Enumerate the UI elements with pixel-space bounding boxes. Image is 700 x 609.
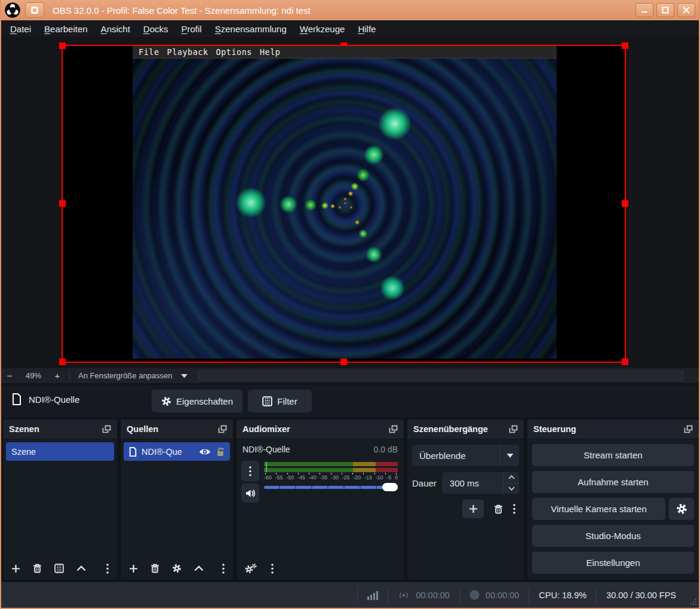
obs-main-window: OBS 32.0.0 - Profil: False Color Test - … [0,0,700,609]
divider [69,371,70,381]
source-name: NDI®-Que [142,447,182,457]
video-glow-dot [364,145,384,165]
menu-item-werkzeuge[interactable]: Werkzeuge [293,22,352,36]
maximize-button[interactable] [656,3,674,17]
titlebar[interactable]: OBS 32.0.0 - Profil: False Color Test - … [1,0,699,20]
selected-source-toolbar: NDI®-Quelle Eigenschaften Filter [1,385,699,418]
captured-menu-help: Help [260,47,281,57]
sources-menu-kebab-icon[interactable] [222,564,225,574]
popout-icon[interactable] [389,425,398,433]
duration-value: 300 ms [442,472,503,494]
source-file-icon [12,393,22,405]
vortex-visual [133,59,557,359]
selection-handle-bottom-right[interactable] [622,359,628,365]
move-scene-up-button[interactable] [76,565,86,571]
virtual-camera-settings-button[interactable] [669,498,694,520]
settings-button[interactable]: Einstellungen [532,552,694,574]
source-list-item[interactable]: NDI®-Que [124,442,230,461]
selection-handle-top-right[interactable] [622,42,628,49]
volume-slider[interactable] [264,482,398,492]
ndi-video-content[interactable]: FilePlaybackOptionsHelp [133,46,557,359]
selection-handle-top-left[interactable] [59,42,66,49]
close-button[interactable] [677,3,695,17]
menu-item-hilfe[interactable]: Hilfe [351,22,382,36]
transition-select[interactable]: Überblende [412,445,519,466]
mixer-channel-kebab-button[interactable] [241,461,259,481]
selection-handle-bottom-center[interactable] [340,359,347,365]
transitions-dock-title: Szenenübergänge [413,424,488,434]
fit-to-window-dropdown[interactable]: An Fenstergröße anpassen [73,371,192,380]
remove-scene-button[interactable] [33,564,42,573]
menu-item-szenensammlung[interactable]: Szenensammlung [208,22,293,36]
video-glow-dot [330,204,335,209]
video-glow-dot [348,191,353,196]
volume-slider-handle[interactable] [382,483,398,491]
video-glow-dot [280,195,297,213]
mute-speaker-button[interactable] [241,483,259,503]
scene-list-item[interactable]: Szene [6,442,114,461]
menu-item-profil[interactable]: Profil [175,22,208,36]
zoom-out-button[interactable]: − [1,371,18,381]
properties-button[interactable]: Eigenschaften [152,390,242,412]
transition-selected-value: Überblende [412,451,500,461]
selection-handle-mid-right[interactable] [622,200,628,207]
signal-bars-icon [367,590,378,600]
visibility-eye-icon[interactable] [199,448,211,456]
start-streaming-button[interactable]: Stream starten [532,444,694,466]
menu-item-bearbeiten[interactable]: Bearbeiten [38,22,94,36]
selection-handle-mid-left[interactable] [59,200,66,207]
start-virtual-camera-button[interactable]: Virtuelle Kamera starten [532,498,665,520]
cpu-usage: CPU: 18.9% [529,590,596,600]
remove-transition-button[interactable] [494,504,503,514]
preview-horizontal-scrollbar[interactable] [198,371,683,381]
video-glow-dot [380,276,405,301]
obs-logo-icon [5,2,20,18]
duration-decrement-button[interactable] [503,483,519,494]
video-glow-dot [359,229,368,238]
lock-unlocked-icon[interactable] [216,447,225,457]
minimize-button[interactable] [635,3,653,17]
advanced-audio-gears-icon[interactable] [245,564,257,574]
filter-button[interactable]: Filter [248,390,312,412]
studio-mode-button[interactable]: Studio-Modus [532,525,694,547]
resize-grip[interactable] [689,598,697,606]
mixer-dock-title: Audiomixer [242,424,290,434]
filter-icon [262,396,272,406]
add-transition-button[interactable] [462,500,484,518]
popout-icon[interactable] [102,425,111,433]
gear-icon [676,503,687,515]
source-properties-gear-icon[interactable] [172,564,182,573]
menu-item-ansicht[interactable]: Ansicht [94,22,137,36]
video-glow-dot [351,182,359,190]
menu-item-datei[interactable]: Datei [4,22,38,36]
video-glow-dot [349,206,352,209]
stream-broadcast-icon [398,590,410,600]
duration-increment-button[interactable] [503,472,519,483]
scene-filters-button[interactable] [54,564,64,573]
selection-handle-bottom-left[interactable] [59,359,66,365]
popout-icon[interactable] [684,425,693,433]
menu-item-docks[interactable]: Docks [137,22,175,36]
popout-icon[interactable] [509,425,518,433]
docks-area: Szenen Szene Quellen [3,420,699,580]
duration-label: Dauer [412,478,437,488]
mixer-menu-kebab-icon[interactable] [271,564,274,574]
zoom-in-button[interactable]: + [49,371,66,381]
stream-timecode: 00:00:00 [416,590,449,600]
add-source-button[interactable] [129,564,138,573]
start-recording-button[interactable]: Aufnahme starten [532,471,694,493]
transition-menu-kebab-icon[interactable] [513,504,515,514]
video-glow-dot [235,187,266,218]
remove-source-button[interactable] [151,564,159,573]
add-scene-button[interactable] [11,564,20,573]
popout-icon[interactable] [218,425,227,433]
mixer-volume-db: 0.0 dB [374,445,398,454]
duration-spinbox[interactable]: 300 ms [442,472,519,494]
record-circle-icon [469,590,480,600]
preview-canvas[interactable]: FilePlaybackOptionsHelp [1,38,699,368]
window-menu-icon[interactable] [25,2,44,18]
sources-dock-title: Quellen [127,424,158,434]
mixer-channel-name: NDI®-Quelle [242,445,290,454]
move-source-up-button[interactable] [194,565,204,571]
scenes-menu-kebab-icon[interactable] [106,564,109,574]
